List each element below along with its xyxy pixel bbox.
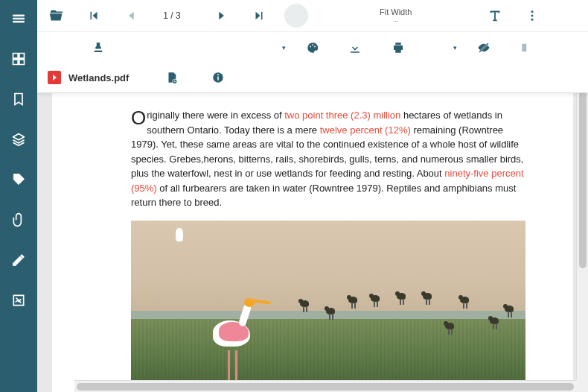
toolbar-row-2: ▾ ▾ — [37, 31, 588, 63]
wetland-image — [131, 221, 525, 385]
layers-button[interactable] — [6, 127, 31, 152]
svg-point-8 — [314, 45, 316, 47]
scrollbar-horizontal[interactable] — [74, 380, 576, 392]
sidebar — [0, 0, 37, 392]
doc-download-button[interactable] — [160, 66, 184, 89]
svg-point-2 — [531, 10, 534, 13]
save-dropdown[interactable]: ▾ — [453, 44, 457, 51]
toolbar-row-1: 1 / 3 Fit Width ... — [37, 0, 588, 31]
print-button[interactable] — [387, 36, 409, 60]
doc-info-button[interactable] — [206, 66, 230, 89]
dropcap: O — [131, 108, 147, 127]
toolbar: 1 / 3 Fit Width ... — [37, 0, 588, 93]
bookmarks-button[interactable] — [6, 86, 31, 112]
next-page-button[interactable] — [210, 4, 234, 28]
zoom-more-label[interactable]: ... — [389, 16, 403, 23]
highlight-1: two point three (2.3) million — [284, 110, 400, 121]
select-text-button[interactable] — [284, 4, 308, 28]
prev-page-button[interactable] — [119, 4, 143, 28]
svg-point-3 — [531, 15, 534, 17]
svg-rect-5 — [136, 43, 147, 51]
compare-button[interactable] — [516, 36, 537, 60]
svg-point-4 — [531, 19, 534, 21]
first-page-button[interactable] — [82, 4, 106, 28]
svg-point-11 — [565, 43, 572, 50]
svg-point-1 — [426, 11, 433, 18]
rotate-button[interactable] — [216, 36, 237, 60]
document-tab-row: Wetlands.pdf — [37, 63, 588, 92]
paragraph-1: Originally there were in excess of two p… — [131, 108, 525, 210]
last-page-button[interactable] — [247, 4, 271, 28]
svg-rect-9 — [522, 43, 526, 51]
attachments-button[interactable] — [6, 207, 31, 233]
save-button[interactable] — [430, 36, 452, 60]
more-button[interactable] — [520, 4, 544, 28]
fullscreen-button[interactable] — [446, 4, 470, 28]
page-indicator[interactable]: 1 / 3 — [156, 10, 188, 21]
open-file-button[interactable] — [45, 4, 68, 28]
zoom-out-button[interactable] — [348, 4, 372, 28]
visibility-button[interactable] — [473, 36, 494, 60]
form-button[interactable] — [130, 36, 152, 60]
svg-point-7 — [312, 44, 313, 45]
page: Originally there were in excess of two p… — [52, 93, 573, 392]
pdf-icon — [48, 71, 61, 84]
crop-button[interactable] — [259, 36, 281, 60]
crop-dropdown[interactable]: ▾ — [282, 44, 286, 51]
svg-point-6 — [310, 45, 311, 47]
tags-button[interactable] — [6, 167, 31, 192]
document-viewer[interactable]: Originally there were in excess of two p… — [37, 93, 588, 392]
palette-button[interactable] — [301, 36, 323, 60]
menu-button[interactable] — [6, 6, 31, 31]
svg-rect-14 — [218, 77, 220, 80]
edit-button[interactable] — [6, 247, 31, 273]
measure-button[interactable] — [45, 36, 66, 60]
zoom-in-button[interactable] — [419, 4, 443, 28]
stamp-button[interactable] — [88, 36, 109, 60]
scrollbar-corner — [576, 380, 588, 392]
svg-point-15 — [217, 74, 219, 75]
highlight-2: twelve percent (12%) — [320, 124, 411, 136]
thumbnails-button[interactable] — [6, 46, 31, 72]
svg-rect-10 — [527, 43, 531, 51]
sign-button[interactable] — [6, 288, 31, 313]
svg-point-0 — [356, 11, 362, 18]
search-button[interactable] — [559, 36, 581, 60]
document-filename: Wetlands.pdf — [68, 72, 129, 83]
text-tool-button[interactable] — [483, 4, 507, 28]
stork — [198, 291, 265, 380]
pan-button[interactable] — [322, 4, 345, 28]
download-button[interactable] — [345, 36, 366, 60]
page-ops-button[interactable] — [173, 36, 195, 60]
